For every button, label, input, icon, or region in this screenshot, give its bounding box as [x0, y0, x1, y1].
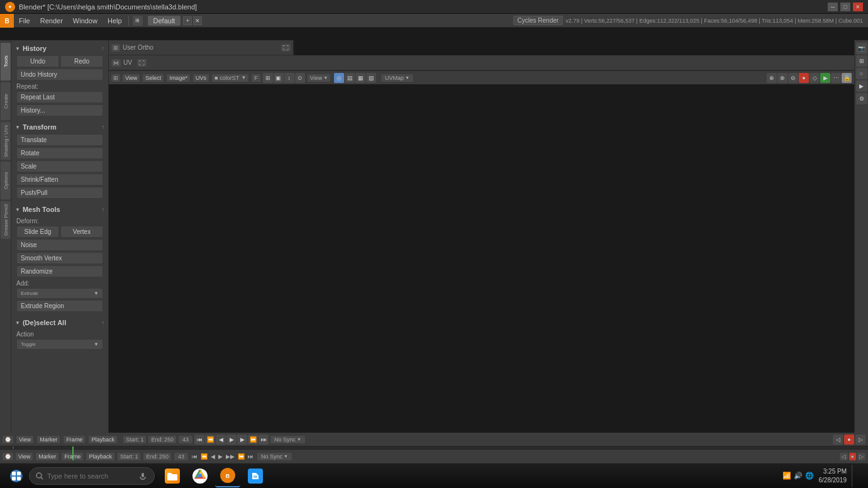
- timeline-view-btn[interactable]: View: [16, 435, 34, 444]
- uv-lock-icon[interactable]: 🔒: [842, 73, 852, 83]
- bottom-step-fwd[interactable]: ▶▶: [225, 453, 236, 460]
- right-camera-icon[interactable]: 📷: [856, 43, 867, 54]
- right-render-icon[interactable]: ▶: [856, 80, 867, 92]
- history-section-header[interactable]: ▼ History ↑: [14, 43, 106, 54]
- bottom-play-fwd[interactable]: ⏩: [236, 453, 246, 460]
- bottom-kf-record[interactable]: ●: [849, 453, 856, 460]
- workspace-add[interactable]: +: [183, 16, 192, 25]
- bottom-step-back[interactable]: ◀: [209, 453, 216, 460]
- uv-edge-icon[interactable]: ▦: [355, 73, 365, 83]
- clock[interactable]: 3:25 PM 6/28/2019: [819, 467, 847, 485]
- vertex-button[interactable]: Vertex: [60, 226, 103, 238]
- minimize-button[interactable]: ─: [828, 3, 838, 11]
- uv-sync-icon[interactable]: ↕: [284, 73, 294, 83]
- uv-render-icon[interactable]: ▶: [820, 73, 830, 83]
- extrude-select[interactable]: Extrude ▼: [16, 288, 103, 299]
- repeat-last-button[interactable]: Repeat Last: [16, 91, 103, 103]
- timeline-marker-btn[interactable]: Marker: [36, 435, 60, 444]
- noise-button[interactable]: Noise: [16, 239, 103, 251]
- bottom-sync[interactable]: No Sync ▼: [257, 452, 292, 461]
- bottom-playback-btn[interactable]: Playback: [86, 452, 115, 461]
- jump-start-icon[interactable]: ⏮: [194, 435, 204, 445]
- uv-editor-type[interactable]: ⊞: [111, 74, 120, 82]
- bottom-start-ctrl[interactable]: Start: 1: [117, 452, 142, 461]
- bottom-jump-start[interactable]: ⏮: [191, 453, 199, 460]
- uv-image-button[interactable]: Image*: [166, 74, 191, 82]
- uv-keyframe-icon[interactable]: ◇: [810, 73, 820, 83]
- tab-grease-pencil[interactable]: Grease Pencil: [1, 201, 11, 239]
- uv-pin-icon[interactable]: ⊞: [263, 73, 273, 83]
- expand-icon[interactable]: ⛶: [281, 44, 291, 52]
- timeline-frame-btn[interactable]: Frame: [63, 435, 86, 444]
- randomize-button[interactable]: Randomize: [16, 265, 103, 277]
- transform-section-header[interactable]: ▼ Transform ↑: [14, 121, 106, 133]
- right-world-icon[interactable]: ○: [856, 68, 867, 79]
- timeline-playback-btn[interactable]: Playback: [88, 435, 118, 444]
- undo-history-button[interactable]: Undo History: [16, 69, 103, 80]
- play-back-icon[interactable]: ⏪: [205, 435, 215, 445]
- uv-pivot-icon[interactable]: ⊗: [777, 73, 787, 83]
- scale-button[interactable]: Scale: [16, 160, 103, 172]
- workspace-default[interactable]: Default: [148, 16, 181, 26]
- search-input[interactable]: [47, 472, 135, 480]
- workspace-remove[interactable]: ✕: [193, 16, 202, 25]
- next-frame-icon[interactable]: ▶: [237, 435, 247, 445]
- taskbar-app-4[interactable]: [243, 465, 268, 487]
- start-button[interactable]: [4, 465, 29, 487]
- start-frame-ctrl[interactable]: Start: 1: [123, 435, 147, 444]
- big-3d-type-icon[interactable]: ⊞: [111, 44, 120, 52]
- search-bar[interactable]: [29, 467, 155, 485]
- tab-shading-uvs[interactable]: Shading / UVs: [1, 122, 11, 160]
- show-desktop-btn[interactable]: [852, 465, 864, 487]
- bottom-jump-end[interactable]: ⏭: [247, 453, 255, 460]
- taskbar-file-explorer[interactable]: [160, 465, 185, 487]
- menu-render[interactable]: Render: [35, 14, 68, 28]
- f-key-indicator[interactable]: F: [251, 74, 261, 82]
- uv-expand[interactable]: ⛶: [137, 59, 147, 67]
- bottom-kf-prev[interactable]: ◁: [840, 453, 848, 460]
- editor-type-selector[interactable]: ⊞: [130, 16, 145, 26]
- uv-image-select[interactable]: ■ colorST ▼: [211, 74, 249, 82]
- history-button[interactable]: History...: [16, 104, 103, 116]
- uv-uvs-button[interactable]: UVs: [192, 74, 209, 82]
- uv-record-icon[interactable]: ●: [799, 73, 809, 83]
- rotate-button[interactable]: Rotate: [16, 147, 103, 159]
- translate-button[interactable]: Translate: [16, 134, 103, 146]
- uv-view-button[interactable]: View: [122, 74, 140, 82]
- play-icon[interactable]: ▶: [226, 435, 236, 445]
- uv-face-icon[interactable]: ▤: [345, 73, 355, 83]
- prev-frame-icon[interactable]: ◀: [216, 435, 226, 445]
- right-settings-icon[interactable]: ⚙: [856, 93, 867, 104]
- uv-view-icon[interactable]: ⊙: [295, 73, 305, 83]
- mesh-tools-section-header[interactable]: ▼ Mesh Tools ↑: [14, 204, 106, 215]
- menu-window[interactable]: Window: [68, 14, 103, 28]
- maximize-button[interactable]: □: [840, 3, 850, 11]
- bottom-end-ctrl[interactable]: End: 250: [143, 452, 172, 461]
- timeline-type[interactable]: ⌚: [3, 436, 13, 443]
- uv-select-mode-icon[interactable]: ▣: [274, 73, 284, 83]
- uv-snap-icon[interactable]: ⊕: [767, 73, 777, 83]
- toggle-select[interactable]: Toggle ▼: [16, 339, 103, 350]
- bottom-current-val[interactable]: 43: [174, 452, 189, 461]
- menu-file[interactable]: File: [14, 14, 35, 28]
- tab-create[interactable]: Create: [1, 82, 11, 120]
- slide-edge-button[interactable]: Slide Edg: [16, 226, 59, 238]
- uv-more-icon[interactable]: ⋯: [831, 73, 841, 83]
- tab-options[interactable]: Options: [1, 162, 11, 199]
- smooth-vertex-button[interactable]: Smooth Vertex: [16, 252, 103, 264]
- kf-record-icon[interactable]: ●: [844, 435, 854, 445]
- extrude-region-button[interactable]: Extrude Region: [16, 300, 103, 312]
- shrink-fatten-button[interactable]: Shrink/Fatten: [16, 174, 103, 186]
- uv-active-icon[interactable]: ◎: [334, 73, 344, 83]
- deselect-section-header[interactable]: ▼ (De)select All ↑: [14, 317, 106, 328]
- close-button[interactable]: ✕: [853, 3, 863, 11]
- taskbar-blender[interactable]: B: [215, 465, 240, 487]
- bottom-kf-next[interactable]: ▷: [857, 453, 865, 460]
- current-frame-ctrl[interactable]: 43: [178, 435, 193, 444]
- system-tray[interactable]: 📶 🔊 🌐: [782, 472, 814, 480]
- bottom-play[interactable]: ▶: [217, 453, 224, 460]
- play-forward-icon[interactable]: ⏩: [248, 435, 258, 445]
- uv-select-button[interactable]: Select: [142, 74, 164, 82]
- bottom-play-back[interactable]: ⏪: [199, 453, 209, 460]
- uv-proportional-icon[interactable]: ⊖: [788, 73, 798, 83]
